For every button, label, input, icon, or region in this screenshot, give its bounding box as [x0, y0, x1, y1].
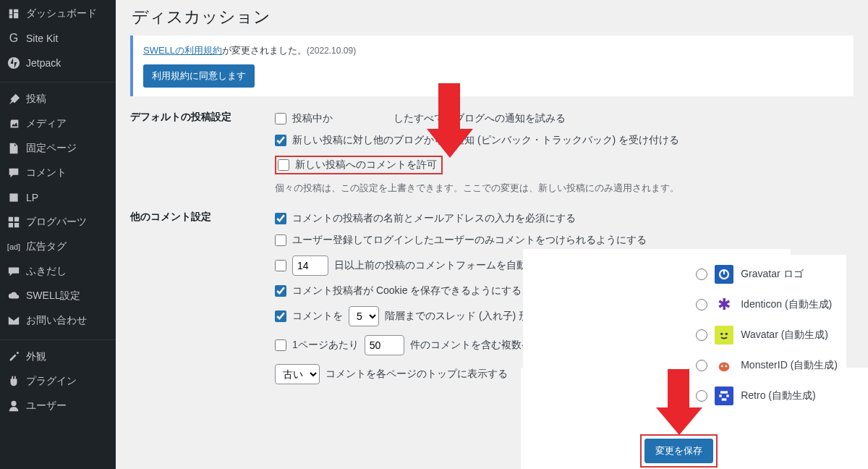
svg-rect-1 [9, 193, 17, 201]
avatar-label: Retro (自動生成) [741, 389, 815, 402]
sidebar-item-contact[interactable]: お問い合わせ [0, 308, 116, 333]
sidebar-separator [0, 75, 116, 83]
svg-rect-8 [720, 391, 728, 393]
sidebar-item-label: Site Kit [26, 33, 58, 44]
sidebar-item-plugins[interactable]: プラグイン [0, 369, 116, 394]
avatar-radio[interactable] [696, 269, 707, 280]
svg-point-7 [726, 366, 728, 368]
per-page-input[interactable] [365, 335, 404, 355]
sidebar-item-users[interactable]: ユーザー [0, 394, 116, 418]
avatar-label: Wavatar (自動生成) [741, 329, 828, 342]
sidebar-item-label: SWELL設定 [26, 290, 80, 303]
svg-point-4 [726, 333, 728, 335]
sidebar-item-label: メディア [26, 117, 67, 130]
sidebar-item-media[interactable]: メディア [0, 111, 116, 136]
retro-icon [715, 386, 733, 405]
svg-point-0 [8, 57, 20, 69]
checkbox-label: 新しい投稿へのコメントを許可 [295, 159, 437, 172]
avatar-radio[interactable] [696, 390, 707, 402]
close-old-comments-checkbox[interactable] [275, 260, 286, 271]
sidebar-item-label: LP [26, 192, 38, 203]
google-icon: G [7, 32, 20, 45]
svg-point-6 [721, 366, 723, 368]
avatar-label: Gravatar ロゴ [741, 268, 803, 281]
annotation-arrow-1-head [427, 129, 473, 158]
avatar-label: MonsterID (自動生成) [741, 359, 838, 372]
sidebar-item-label: コメント [26, 166, 67, 179]
grid-icon [7, 216, 20, 229]
avatar-radio[interactable] [696, 329, 707, 341]
jetpack-icon [7, 56, 20, 69]
plugin-icon [7, 375, 20, 388]
avatar-option-gravatar[interactable]: Gravatar ロゴ [693, 259, 841, 290]
sidebar-item-label: 外観 [26, 350, 46, 363]
license-notice: SWELLの利用規約が変更されました。(2022.10.09) 利用規約に同意し… [130, 35, 854, 96]
monsterid-icon [715, 356, 733, 375]
avatar-options-panel: Gravatar ロゴ ✱ Identicon (自動生成) Wavatar (… [687, 255, 846, 415]
mail-icon [7, 314, 20, 327]
sidebar-item-balloon[interactable]: ふきだし [0, 259, 116, 284]
allow-comments-checkbox[interactable] [278, 159, 289, 171]
checkbox-label: 新しい投稿に対し他のブログからの通知 (ピンバック・トラックバック) を受け付け… [292, 134, 679, 147]
agree-terms-button[interactable]: 利用規約に同意します [143, 64, 255, 88]
thread-depth-select[interactable]: 5 [349, 306, 379, 326]
sidebar-item-swell[interactable]: SWELL設定 [0, 284, 116, 308]
main-content: ディスカッション SWELLの利用規約が変更されました。(2022.10.09)… [116, 0, 868, 469]
annotation-arrow-2-head [656, 407, 702, 435]
save-highlight-box: 変更を保存 [640, 434, 718, 468]
avatar-radio[interactable] [696, 360, 707, 371]
sidebar-item-blogparts[interactable]: ブログパーツ [0, 210, 116, 234]
sidebar-item-label: ブログパーツ [26, 216, 87, 229]
pingback-attempt-checkbox[interactable] [275, 113, 286, 124]
field-prefix: 1ページあたり [292, 339, 359, 352]
close-days-input[interactable] [292, 255, 328, 276]
notice-date: (2022.10.09) [307, 46, 356, 56]
annotation-arrow-1 [438, 83, 460, 130]
sidebar-item-label: ダッシュボード [26, 7, 97, 20]
sidebar-separator [0, 333, 116, 340]
sidebar-item-posts[interactable]: 投稿 [0, 87, 116, 111]
sidebar-item-comments[interactable]: コメント [0, 161, 116, 185]
cookie-optin-checkbox[interactable] [275, 285, 286, 297]
sidebar-item-pages[interactable]: 固定ページ [0, 136, 116, 161]
default-post-settings-heading: デフォルトの投稿設定 [130, 108, 275, 124]
field-prefix: コメントを [292, 310, 343, 323]
default-settings-help: 個々の投稿は、この設定を上書きできます。ここでの変更は、新しい投稿にのみ適用され… [275, 179, 854, 195]
sidebar-item-jetpack[interactable]: Jetpack [0, 51, 116, 75]
media-icon [7, 117, 20, 130]
sidebar-item-label: お問い合わせ [26, 314, 87, 327]
sidebar-item-appearance[interactable]: 外観 [0, 345, 116, 369]
require-login-checkbox[interactable] [275, 234, 286, 246]
wavatar-icon [715, 326, 733, 345]
page-icon [7, 142, 20, 155]
comment-order-select[interactable]: 古い [275, 364, 320, 384]
avatar-option-monsterid[interactable]: MonsterID (自動生成) [693, 350, 841, 381]
annotation-arrow-2 [668, 369, 689, 409]
avatar-radio[interactable] [696, 299, 707, 310]
avatar-label: Identicon (自動生成) [741, 298, 832, 311]
sidebar-item-adtag[interactable]: [ad] 広告タグ [0, 234, 116, 259]
require-name-email-checkbox[interactable] [275, 213, 286, 224]
cloud-icon [7, 290, 20, 303]
sidebar-item-lp[interactable]: LP [0, 185, 116, 210]
terms-link[interactable]: SWELLの利用規約 [143, 45, 222, 56]
avatar-option-identicon[interactable]: ✱ Identicon (自動生成) [693, 290, 841, 320]
avatar-option-wavatar[interactable]: Wavatar (自動生成) [693, 320, 841, 350]
field-suffix: コメントを各ページのトップに表示する [326, 368, 508, 381]
pingback-receive-checkbox[interactable] [275, 135, 286, 146]
sidebar-item-label: Jetpack [26, 57, 61, 69]
page-title: ディスカッション [130, 6, 854, 28]
other-comment-settings-heading: 他のコメント設定 [130, 208, 275, 224]
avatar-option-retro[interactable]: Retro (自動生成) [693, 381, 841, 411]
save-changes-button[interactable]: 変更を保存 [644, 439, 713, 463]
checkbox-label: ユーザー登録してログインしたユーザーのみコメントをつけられるようにする [292, 234, 647, 247]
threaded-comments-checkbox[interactable] [275, 310, 286, 322]
admin-sidebar: ダッシュボード G Site Kit Jetpack 投稿 メディア 固定ページ… [0, 0, 116, 469]
identicon-icon: ✱ [715, 295, 733, 314]
sidebar-item-dashboard[interactable]: ダッシュボード [0, 1, 116, 26]
brush-icon [7, 350, 20, 363]
checkbox-label: 投稿中か したすべてのブログへの通知を試みる [292, 112, 566, 125]
sidebar-item-sitekit[interactable]: G Site Kit [0, 26, 116, 51]
paginate-comments-checkbox[interactable] [275, 339, 286, 351]
svg-rect-11 [722, 398, 727, 400]
